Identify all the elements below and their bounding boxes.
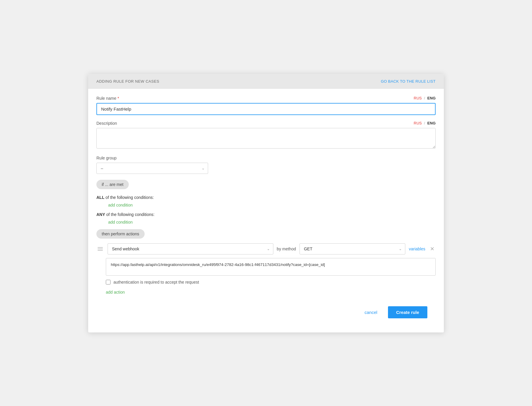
all-conditions-label: ALL of the following conditions: — [96, 195, 436, 200]
modal-title: ADDING RULE FOR NEW CASES — [96, 79, 159, 84]
go-back-link[interactable]: GO BACK TO THE RULE LIST — [381, 79, 436, 84]
auth-label: authentication is required to accept the… — [113, 280, 199, 284]
required-star: * — [118, 96, 119, 101]
method-select[interactable]: GET POST PUT DELETE — [300, 243, 405, 254]
drag-handle-icon[interactable] — [96, 246, 104, 252]
modal-header: ADDING RULE FOR NEW CASES GO BACK TO THE… — [88, 74, 444, 89]
webhook-url-box: https://app.fasthelp.ai/api/v1/integrati… — [106, 258, 436, 276]
lang-divider: / — [424, 96, 425, 100]
actions-section: then perform actions Send webhook ⌄ by m… — [96, 229, 436, 294]
action-select-wrapper: Send webhook ⌄ — [108, 243, 273, 254]
modal-container: ADDING RULE FOR NEW CASES GO BACK TO THE… — [88, 74, 444, 332]
rule-name-label-row: Rule name* RUS / ENG — [96, 96, 436, 101]
then-actions-badge: then perform actions — [96, 229, 145, 239]
rule-name-group: Rule name* RUS / ENG — [96, 96, 436, 115]
modal-footer: cancel Create rule — [96, 303, 436, 324]
webhook-url-text: https://app.fasthelp.ai/api/v1/integrati… — [111, 262, 325, 267]
if-badge: if ... are met — [96, 180, 436, 194]
auth-checkbox[interactable] — [106, 280, 111, 284]
create-rule-button[interactable]: Create rule — [388, 306, 427, 318]
modal-body: Rule name* RUS / ENG Description RUS / E… — [88, 89, 444, 332]
add-action-link[interactable]: add action — [106, 290, 436, 294]
action-row: Send webhook ⌄ by method GET POST PUT DE… — [96, 243, 436, 254]
lang-toggle-description: RUS / ENG — [414, 121, 436, 125]
rule-group-select-wrapper: – ⌄ — [96, 163, 208, 174]
method-select-wrapper: GET POST PUT DELETE ⌄ — [300, 243, 405, 254]
lang-rus[interactable]: RUS — [414, 96, 422, 100]
rule-group-label-row: Rule group — [96, 156, 436, 160]
conditions-section: if ... are met ALL of the following cond… — [96, 180, 436, 224]
lang-rus-desc[interactable]: RUS — [414, 121, 422, 125]
variables-link[interactable]: variables — [409, 247, 425, 251]
lang-divider-desc: / — [424, 121, 425, 125]
description-group: Description RUS / ENG — [96, 121, 436, 150]
add-any-condition-link[interactable]: add condition — [108, 220, 436, 224]
rule-group-group: Rule group – ⌄ — [96, 156, 436, 174]
lang-eng[interactable]: ENG — [427, 96, 436, 100]
by-method-label: by method — [277, 247, 296, 251]
add-all-condition-link[interactable]: add condition — [108, 203, 436, 207]
cancel-button[interactable]: cancel — [360, 307, 382, 318]
description-label-row: Description RUS / ENG — [96, 121, 436, 126]
remove-action-button[interactable]: ✕ — [429, 245, 436, 253]
rule-name-input[interactable] — [96, 103, 436, 115]
rule-name-label: Rule name* — [96, 96, 119, 101]
action-type-select[interactable]: Send webhook — [108, 243, 273, 254]
rule-group-label: Rule group — [96, 156, 117, 160]
lang-eng-desc[interactable]: ENG — [427, 121, 436, 125]
description-label: Description — [96, 121, 117, 126]
auth-checkbox-row: authentication is required to accept the… — [106, 280, 436, 284]
lang-toggle-rule-name: RUS / ENG — [414, 96, 436, 100]
description-input[interactable] — [96, 128, 436, 149]
if-conditions-badge: if ... are met — [96, 180, 129, 189]
rule-group-select[interactable]: – — [96, 163, 208, 174]
any-conditions-label: ANY of the following conditions: — [96, 212, 436, 217]
